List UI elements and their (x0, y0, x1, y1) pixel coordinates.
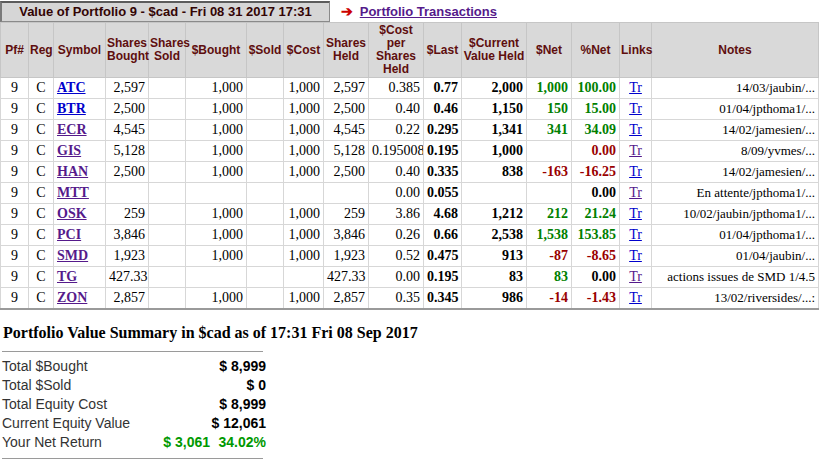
cell-sold (247, 78, 284, 99)
cell-reg: C (29, 288, 54, 310)
transactions-link-han[interactable]: Tr (629, 164, 642, 179)
cell-pct-net: -1.43 (572, 288, 620, 310)
cell-current-value: 1,212 (462, 204, 527, 225)
cell-shares-held: 3,846 (324, 225, 369, 246)
column-header-net: %Net (572, 23, 620, 78)
cell-shares-sold (149, 99, 186, 120)
transactions-link-pci[interactable]: Tr (629, 227, 642, 242)
cell-cost-per-share: 0.00 (369, 183, 424, 204)
table-row-ecr: 9CECR4,5451,0001,0004,5450.220.2951,3413… (1, 120, 819, 141)
symbol-link-ecr[interactable]: ECR (57, 122, 87, 137)
transactions-link-zon[interactable]: Tr (629, 290, 642, 305)
cell-sold (247, 183, 284, 204)
cell-shares-held: 2,857 (324, 288, 369, 310)
table-row-zon: 9CZON2,8571,0001,0002,8570.350.345986-14… (1, 288, 819, 310)
cell-reg: C (29, 162, 54, 183)
transactions-link-osk[interactable]: Tr (629, 206, 642, 221)
cell-sold (247, 162, 284, 183)
symbol-link-han[interactable]: HAN (57, 164, 88, 179)
cell-symbol: ATC (54, 78, 106, 99)
cell-cost: 1,000 (284, 204, 324, 225)
cell-bought (186, 183, 247, 204)
table-row-smd: 9CSMD1,9231,0001,0001,9230.520.475913-87… (1, 246, 819, 267)
cell-net: -87 (527, 246, 572, 267)
transactions-link-atc[interactable]: Tr (629, 80, 642, 95)
transactions-link-mtt[interactable]: Tr (629, 185, 642, 200)
cell-shares-held: 2,500 (324, 99, 369, 120)
cell-cost: 1,000 (284, 120, 324, 141)
cell-notes: 14/02/jamesien/... (652, 162, 819, 183)
cell-reg: C (29, 183, 54, 204)
cell-net: -163 (527, 162, 572, 183)
cell-shares-sold (149, 120, 186, 141)
cell-pf: 9 (1, 288, 29, 310)
transactions-link-tg[interactable]: Tr (629, 269, 642, 284)
cell-current-value: 913 (462, 246, 527, 267)
cell-symbol: ECR (54, 120, 106, 141)
cell-last: 0.195 (424, 267, 462, 288)
cell-symbol: TG (54, 267, 106, 288)
transactions-link-ecr[interactable]: Tr (629, 122, 642, 137)
symbol-link-btr[interactable]: BTR (57, 101, 86, 116)
cell-last: 0.345 (424, 288, 462, 310)
cell-symbol: GIS (54, 141, 106, 162)
symbol-link-tg[interactable]: TG (57, 269, 77, 284)
cell-pf: 9 (1, 78, 29, 99)
cell-reg: C (29, 225, 54, 246)
cell-shares-bought: 2,597 (106, 78, 149, 99)
cell-current-value: 2,538 (462, 225, 527, 246)
portfolio-table: Pf#RegSymbolShares BoughtShares Sold$Bou… (0, 22, 819, 310)
cell-notes: 01/04/jaubin/... (652, 246, 819, 267)
cell-shares-sold (149, 288, 186, 310)
cell-last: 0.335 (424, 162, 462, 183)
cell-reg: C (29, 99, 54, 120)
transactions-link-gis[interactable]: Tr (629, 143, 642, 158)
cell-bought: 1,000 (186, 246, 247, 267)
cell-last: 0.77 (424, 78, 462, 99)
symbol-link-mtt[interactable]: MTT (57, 185, 89, 200)
transactions-link-smd[interactable]: Tr (629, 248, 642, 263)
cell-pct-net: 0.00 (572, 141, 620, 162)
cell-current-value: 2,000 (462, 78, 527, 99)
symbol-link-pci[interactable]: PCI (57, 227, 81, 242)
cell-shares-held: 2,500 (324, 162, 369, 183)
summary-value: $ 0 (152, 376, 266, 395)
cell-shares-held: 259 (324, 204, 369, 225)
cell-cost: 1,000 (284, 99, 324, 120)
cell-symbol: HAN (54, 162, 106, 183)
cell-cost: 1,000 (284, 288, 324, 310)
cell-net: -14 (527, 288, 572, 310)
cell-cost-per-share: 0.00 (369, 267, 424, 288)
summary-row-total-sold: Total $Sold$ 0 (2, 376, 266, 395)
symbol-link-osk[interactable]: OSK (57, 206, 87, 221)
summary-label: Total $Sold (2, 376, 152, 395)
column-header-net: $Net (527, 23, 572, 78)
cell-last: 0.66 (424, 225, 462, 246)
cell-shares-bought: 4,545 (106, 120, 149, 141)
cell-bought: 1,000 (186, 225, 247, 246)
cell-net: 1,000 (527, 78, 572, 99)
cell-shares-bought: 5,128 (106, 141, 149, 162)
portfolio-transactions-link[interactable]: Portfolio Transactions (360, 4, 497, 19)
symbol-link-gis[interactable]: GIS (57, 143, 81, 158)
cell-shares-sold (149, 162, 186, 183)
cell-symbol: BTR (54, 99, 106, 120)
cell-link: Tr (620, 225, 652, 246)
cell-pct-net: 21.24 (572, 204, 620, 225)
cell-shares-sold (149, 204, 186, 225)
cell-cost-per-share: 0.52 (369, 246, 424, 267)
summary-section: Portfolio Value Summary in $cad as of 17… (0, 324, 819, 459)
cell-last: 0.295 (424, 120, 462, 141)
cell-pf: 9 (1, 162, 29, 183)
cell-reg: C (29, 120, 54, 141)
page-title: Value of Portfolio 9 - $cad - Fri 08 31 … (0, 1, 330, 22)
column-header-shares-bought: Shares Bought (106, 23, 149, 78)
symbol-link-atc[interactable]: ATC (57, 80, 86, 95)
cell-pf: 9 (1, 99, 29, 120)
symbol-link-smd[interactable]: SMD (57, 248, 88, 263)
cell-shares-bought: 259 (106, 204, 149, 225)
transactions-link-btr[interactable]: Tr (629, 101, 642, 116)
symbol-link-zon[interactable]: ZON (57, 290, 87, 305)
cell-pct-net: 0.00 (572, 267, 620, 288)
arrow-right-icon: ➔ (341, 1, 353, 21)
